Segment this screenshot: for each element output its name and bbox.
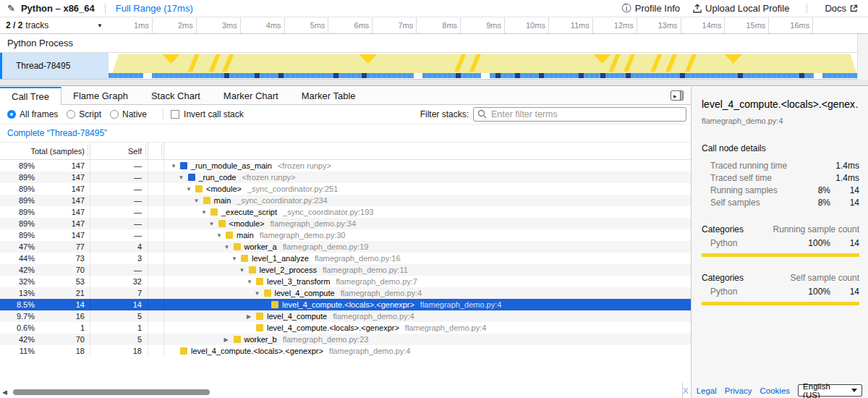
table-row[interactable]: 8.5%1414level_4_compute.<locals>.<genexp… <box>0 299 691 310</box>
table-row[interactable]: 89%147—▼main_sync_coordinator.py:234 <box>0 195 691 206</box>
radio-native[interactable]: Native <box>110 109 147 119</box>
filter-stacks-input[interactable] <box>473 107 686 122</box>
table-row[interactable]: 32%5332▼level_3_transformflamegraph_demo… <box>0 276 691 287</box>
tab-marker-table[interactable]: Marker Table <box>290 87 367 104</box>
radio-script[interactable]: Script <box>67 109 101 119</box>
expander-open-icon[interactable]: ▼ <box>239 267 249 274</box>
radio-icon <box>110 110 119 119</box>
full-range-button[interactable]: Full Range (17ms) <box>116 3 193 14</box>
thread-track[interactable]: Thread-78495 <box>0 53 868 80</box>
cell-self: 5 <box>90 334 148 345</box>
scrollbar-thumb[interactable] <box>13 389 210 395</box>
cell-tree: ▼level_4_computeflamegraph_demo.py:4 <box>164 287 691 299</box>
total-percent: 44% <box>0 254 35 263</box>
table-row[interactable]: 9.7%165▶level_4_computeflamegraph_demo.p… <box>0 310 691 322</box>
table-row[interactable]: 89%147—▼mainflamegraph_demo.py:30 <box>0 229 691 241</box>
table-row[interactable]: 42%705▶worker_bflamegraph_demo.py:23 <box>0 334 691 345</box>
profile-info-button[interactable]: ⓘ Profile Info <box>622 2 680 15</box>
expander-open-icon[interactable]: ▼ <box>247 279 256 285</box>
detail-value: 14 <box>830 185 859 195</box>
thread-activity-graph[interactable] <box>109 53 857 79</box>
cell-self: 14 <box>90 299 148 310</box>
cell-icon <box>148 287 164 299</box>
table-row[interactable]: 47%774▼worker_aflamegraph_demo.py:19 <box>0 241 691 253</box>
sidebar-toggle-button[interactable]: ▶ <box>671 90 684 101</box>
docs-link[interactable]: Docs <box>825 3 858 14</box>
sample-gap <box>143 73 152 78</box>
total-percent: 89% <box>0 219 35 228</box>
radio-all-frames[interactable]: All frames <box>7 109 58 119</box>
table-row[interactable]: 89%147—▼<module>_sync_coordinator.py:251 <box>0 183 691 195</box>
sample-cluster-tick <box>539 73 544 78</box>
table-row[interactable]: 42%70—▼level_2_processflamegraph_demo.py… <box>0 264 691 276</box>
table-row[interactable]: 44%733▼level_1_analyzeflamegraph_demo.py… <box>0 253 691 264</box>
expander-open-icon[interactable]: ▼ <box>216 232 226 239</box>
expander-closed-icon[interactable]: ▶ <box>224 336 234 343</box>
footer-link-privacy[interactable]: Privacy <box>725 386 752 395</box>
cell-total: 89%147 <box>0 172 90 183</box>
expander-open-icon[interactable]: ▼ <box>179 174 188 181</box>
expander-open-icon[interactable]: ▼ <box>186 186 195 192</box>
language-select[interactable]: English (US) <box>798 384 862 397</box>
expander-open-icon[interactable]: ▼ <box>201 209 210 216</box>
ruler-tick: 11ms <box>549 17 593 33</box>
cell-total: 47%77 <box>0 241 90 253</box>
function-name: main <box>237 231 254 240</box>
detail-row: Traced running time1.4ms <box>702 159 859 172</box>
cell-total: 9.7%16 <box>0 310 90 322</box>
call-node-details: Traced running time1.4msTraced self time… <box>702 159 859 208</box>
expander-open-icon[interactable]: ▼ <box>194 198 203 204</box>
yellow-category-icon <box>234 336 241 343</box>
tracks-dropdown[interactable]: 2 / 2 tracks ▼ <box>0 17 109 33</box>
table-row[interactable]: 89%147—▼_run_code<frozen runpy> <box>0 172 691 183</box>
function-name: level_1_analyze <box>252 254 309 263</box>
expander-closed-icon[interactable]: ▶ <box>247 313 256 320</box>
tab-stack-chart[interactable]: Stack Chart <box>140 87 212 104</box>
divider <box>105 4 106 14</box>
footer-link-cookies[interactable]: Cookies <box>760 386 791 395</box>
process-track-header[interactable]: Python Process <box>0 34 868 53</box>
table-row[interactable]: 89%147—▼<module>flamegraph_demo.py:34 <box>0 218 691 229</box>
expander-open-icon[interactable]: ▼ <box>209 221 218 227</box>
cell-total: 89%147 <box>0 206 90 218</box>
tab-call-tree[interactable]: Call Tree <box>0 87 61 105</box>
footer-link-x[interactable]: X <box>683 386 689 395</box>
invert-call-stack-checkbox[interactable]: Invert call stack <box>171 109 244 119</box>
cell-tree: ▼_run_code<frozen runpy> <box>164 172 691 183</box>
table-row[interactable]: 11%1818level_4_compute.<locals>.<genexpr… <box>0 345 691 357</box>
total-count: 70 <box>35 266 85 274</box>
cell-tree: ▼level_1_analyzeflamegraph_demo.py:16 <box>164 253 691 264</box>
sample-gap <box>481 73 490 78</box>
footer-link-legal[interactable]: Legal <box>697 386 717 395</box>
expander-open-icon[interactable]: ▼ <box>231 255 241 262</box>
table-row[interactable]: 89%147—▼_execute_script_sync_coordinator… <box>0 206 691 218</box>
upload-profile-button[interactable]: Upload Local Profile <box>693 3 789 14</box>
category-header: CategoriesSelf sample count <box>702 273 859 283</box>
app-bar: ✎ Python – x86_64 Full Range (17ms) ⓘ Pr… <box>0 0 868 17</box>
table-row[interactable]: 89%147—▼_run_module_as_main<frozen runpy… <box>0 160 691 172</box>
function-name: main <box>214 196 231 205</box>
expander-open-icon[interactable]: ▼ <box>224 244 234 250</box>
expander-open-icon[interactable]: ▼ <box>171 163 180 169</box>
category-name: Python <box>710 287 800 297</box>
column-header-self[interactable]: Self <box>90 143 148 159</box>
scroll-left-arrow-icon[interactable]: ◀ <box>2 389 7 396</box>
table-row[interactable]: 0.6%11level_4_compute.<locals>.<genexpr>… <box>0 322 691 334</box>
total-count: 147 <box>35 173 85 182</box>
edit-profile-name-icon[interactable]: ✎ <box>7 3 15 14</box>
thread-track-label-box[interactable]: Thread-78495 <box>0 53 109 79</box>
cell-total: 0.6%1 <box>0 322 90 334</box>
column-header-total[interactable]: Total (samples) <box>0 143 90 159</box>
total-percent: 9.7% <box>0 312 35 321</box>
blue-category-icon <box>188 174 195 181</box>
table-row[interactable]: 13%217▼level_4_computeflamegraph_demo.py… <box>0 287 691 299</box>
tab-flame-graph[interactable]: Flame Graph <box>61 87 140 104</box>
tracks-count: 2 / 2 <box>6 20 22 30</box>
blue-category-icon <box>180 162 187 169</box>
tab-marker-chart[interactable]: Marker Chart <box>212 87 290 104</box>
yellow-category-icon <box>226 232 233 239</box>
cell-total: 11%18 <box>0 345 90 357</box>
cell-tree: ▼mainflamegraph_demo.py:30 <box>164 229 691 241</box>
expander-open-icon[interactable]: ▼ <box>255 290 264 297</box>
breadcrumb[interactable]: Complete “Thread-78495” <box>7 128 107 138</box>
